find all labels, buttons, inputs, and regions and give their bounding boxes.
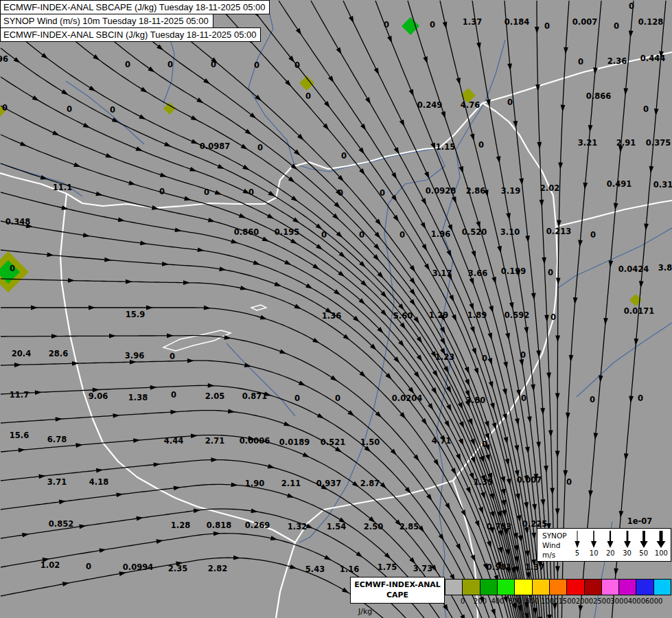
- station-value: 0.981: [487, 562, 511, 572]
- station-value: 0.860: [234, 227, 259, 237]
- station-value: 0.195: [275, 227, 299, 237]
- cape-legend-title-line2: CAPE: [386, 591, 408, 601]
- station-value: 0: [86, 562, 91, 571]
- station-value: 0.444: [640, 54, 665, 63]
- cape-legend-title-line1: ECMWF-INDEX-ANAL: [354, 580, 441, 591]
- cape-color-cell: [532, 579, 550, 595]
- station-value: 3.10: [500, 227, 520, 237]
- station-value: 2.87: [360, 479, 380, 488]
- station-value: 3.21: [578, 138, 597, 148]
- cape-tick-label: 200: [474, 597, 487, 605]
- station-value: 0: [359, 230, 364, 240]
- station-value: 1.29: [429, 310, 448, 320]
- title-block: ECMWF-INDEX-ANAL SBCAPE (J/kg) Tuesday 1…: [0, 0, 270, 42]
- station-value: 0.592: [505, 310, 529, 320]
- cape-color-cell: [445, 579, 463, 595]
- cape-tick-label: 600: [509, 597, 522, 605]
- wind-arrow-icon: [588, 530, 599, 549]
- station-value: 0: [10, 264, 15, 273]
- station-value: 0: [578, 57, 583, 67]
- station-value: 3.80: [466, 396, 485, 405]
- wind-arrow-icon: [656, 530, 667, 549]
- station-value: 0.184: [505, 17, 529, 27]
- station-value: 2.35: [168, 564, 187, 573]
- station-value: 2.11: [281, 479, 301, 488]
- station-value: 0: [482, 439, 487, 449]
- wind-legend: SYNOP Wind m/s 510203050100: [537, 528, 671, 562]
- station-value: 1.32: [288, 522, 307, 531]
- cape-legend-label-box: ECMWF-INDEX-ANAL CAPE: [350, 577, 445, 604]
- header-line-wind: SYNOP Wind (m/s) 10m Tuesday 18-11-2025 …: [0, 14, 213, 28]
- station-value: 3.71: [47, 477, 67, 487]
- station-value: 0.0171: [624, 306, 654, 316]
- station-value: 1.54: [327, 522, 346, 531]
- station-value: 0: [110, 105, 115, 115]
- station-value: 0: [294, 60, 300, 70]
- station-value: 0: [170, 352, 175, 361]
- station-value: 0: [159, 187, 165, 196]
- station-value: 0: [507, 98, 513, 107]
- station-value: 1.28: [171, 520, 190, 530]
- station-value: 0: [614, 21, 619, 31]
- cape-color-cell: [480, 579, 498, 595]
- station-value: 15.6: [10, 431, 29, 440]
- station-value: 1.89: [467, 310, 487, 320]
- wind-speed-label: 100: [655, 549, 668, 557]
- station-value: 1.37: [525, 562, 544, 572]
- station-value: 0: [482, 354, 487, 363]
- station-value: 0.213: [546, 227, 571, 236]
- cape-color-cell: [462, 579, 480, 595]
- station-value: 0: [384, 20, 389, 30]
- wind-legend-item: 20: [605, 530, 616, 560]
- station-value: 0: [67, 104, 72, 114]
- station-value: 0.225: [522, 519, 547, 529]
- cape-color-cell: [584, 579, 602, 595]
- station-value: 15.9: [126, 310, 145, 319]
- station-value: 5.60: [393, 311, 413, 321]
- station-value: 5.43: [305, 564, 325, 574]
- cape-colorbar-ticks: 0200400600800100015002000250030004000600…: [445, 597, 671, 607]
- station-value: 3.8: [658, 263, 672, 273]
- station-value: 1.37: [463, 17, 482, 27]
- station-value: 0: [204, 187, 209, 197]
- wind-speed-label: 10: [590, 549, 599, 557]
- station-value: 0: [590, 230, 596, 240]
- cape-color-cell: [618, 579, 636, 595]
- header-line-sbcape: ECMWF-INDEX-ANAL SBCAPE (J/kg) Tuesday 1…: [0, 0, 270, 14]
- cape-tick-label: 2500: [593, 597, 610, 605]
- wind-legend-item: 30: [622, 530, 633, 560]
- station-value: 0: [551, 312, 556, 322]
- station-value: 0.0928: [426, 186, 456, 196]
- wind-legend-item: 100: [655, 530, 668, 560]
- station-value: 1.16: [340, 564, 359, 574]
- wind-speed-label: 50: [639, 549, 648, 557]
- station-value: 1e-07: [627, 516, 653, 526]
- station-value: 0.0204: [392, 393, 422, 403]
- station-value: 0: [248, 187, 254, 197]
- cape-tick-label: 6000: [645, 597, 662, 605]
- station-value: 2.05: [205, 391, 224, 401]
- station-value: 0: [294, 393, 300, 403]
- station-value: 0: [629, 1, 634, 11]
- wind-arrow-icon: [572, 530, 583, 549]
- station-value: 3.73: [413, 564, 432, 573]
- cape-color-cell: [636, 579, 653, 595]
- station-value: 0: [544, 21, 550, 31]
- station-value: 0: [171, 390, 176, 400]
- station-value: 1.36: [322, 311, 341, 321]
- station-value: 0: [566, 477, 572, 487]
- station-value: 2.86: [466, 186, 485, 196]
- station-value: 0.491: [607, 179, 632, 189]
- station-value: 0.852: [49, 519, 73, 529]
- station-value: 0.007: [572, 17, 597, 27]
- station-value: 3.19: [501, 186, 520, 196]
- station-value: 2.02: [540, 183, 559, 193]
- wind-legend-title: SYNOP Wind m/s: [542, 531, 567, 560]
- station-value: 0.375: [646, 138, 671, 148]
- station-value: 4.44: [164, 436, 183, 446]
- station-value: 1.23: [435, 352, 454, 362]
- station-value: 1.50: [360, 437, 380, 447]
- station-value: 0: [2, 103, 8, 113]
- station-value: 0: [638, 393, 643, 403]
- station-value: 1.15: [436, 142, 455, 152]
